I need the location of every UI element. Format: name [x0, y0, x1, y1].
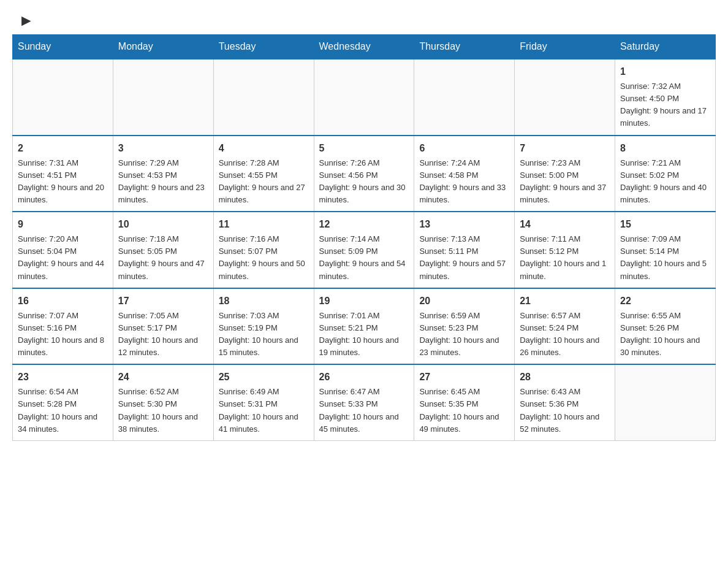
calendar-cell: 18Sunrise: 7:03 AM Sunset: 5:19 PM Dayli…: [213, 288, 314, 365]
calendar-cell: 7Sunrise: 7:23 AM Sunset: 5:00 PM Daylig…: [515, 136, 615, 212]
calendar-cell: 20Sunrise: 6:59 AM Sunset: 5:23 PM Dayli…: [414, 288, 515, 365]
day-info: Sunrise: 7:07 AM Sunset: 5:16 PM Dayligh…: [18, 310, 108, 359]
day-number: 10: [118, 217, 208, 232]
calendar-cell: [113, 59, 213, 136]
day-number: 22: [620, 294, 710, 308]
calendar-cell: 26Sunrise: 6:47 AM Sunset: 5:33 PM Dayli…: [314, 364, 414, 440]
calendar-cell: [615, 364, 716, 440]
calendar-table: SundayMondayTuesdayWednesdayThursdayFrid…: [12, 34, 716, 441]
day-info: Sunrise: 7:16 AM Sunset: 5:07 PM Dayligh…: [219, 233, 309, 283]
calendar-cell: 22Sunrise: 6:55 AM Sunset: 5:26 PM Dayli…: [615, 288, 716, 365]
week-row-3: 9Sunrise: 7:20 AM Sunset: 5:04 PM Daylig…: [13, 212, 716, 288]
weekday-friday: Friday: [515, 35, 615, 59]
calendar-cell: 19Sunrise: 7:01 AM Sunset: 5:21 PM Dayli…: [314, 288, 414, 365]
week-row-5: 23Sunrise: 6:54 AM Sunset: 5:28 PM Dayli…: [13, 364, 716, 440]
weekday-wednesday: Wednesday: [314, 35, 414, 59]
calendar-cell: 3Sunrise: 7:29 AM Sunset: 4:53 PM Daylig…: [113, 136, 213, 212]
day-info: Sunrise: 7:18 AM Sunset: 5:05 PM Dayligh…: [118, 233, 208, 283]
day-info: Sunrise: 7:29 AM Sunset: 4:53 PM Dayligh…: [118, 157, 208, 207]
week-row-2: 2Sunrise: 7:31 AM Sunset: 4:51 PM Daylig…: [13, 136, 716, 212]
day-number: 7: [520, 141, 610, 156]
calendar-cell: 10Sunrise: 7:18 AM Sunset: 5:05 PM Dayli…: [113, 212, 213, 288]
day-info: Sunrise: 7:14 AM Sunset: 5:09 PM Dayligh…: [319, 233, 409, 283]
day-number: 19: [319, 294, 409, 308]
day-number: 26: [319, 370, 409, 385]
calendar-cell: [414, 59, 515, 136]
calendar-cell: 28Sunrise: 6:43 AM Sunset: 5:36 PM Dayli…: [515, 364, 615, 440]
day-number: 12: [319, 217, 409, 232]
logo: ►: [18, 12, 34, 28]
day-info: Sunrise: 7:20 AM Sunset: 5:04 PM Dayligh…: [18, 233, 108, 283]
day-number: 1: [620, 64, 710, 79]
day-info: Sunrise: 7:23 AM Sunset: 5:00 PM Dayligh…: [520, 157, 610, 207]
calendar-cell: 9Sunrise: 7:20 AM Sunset: 5:04 PM Daylig…: [13, 212, 113, 288]
day-number: 5: [319, 141, 409, 156]
weekday-header-row: SundayMondayTuesdayWednesdayThursdayFrid…: [13, 35, 716, 59]
calendar-cell: 14Sunrise: 7:11 AM Sunset: 5:12 PM Dayli…: [515, 212, 615, 288]
day-number: 6: [419, 141, 509, 156]
day-info: Sunrise: 7:09 AM Sunset: 5:14 PM Dayligh…: [620, 233, 710, 283]
calendar-cell: 15Sunrise: 7:09 AM Sunset: 5:14 PM Dayli…: [615, 212, 716, 288]
day-info: Sunrise: 6:43 AM Sunset: 5:36 PM Dayligh…: [520, 386, 610, 435]
calendar-cell: [13, 59, 113, 136]
day-info: Sunrise: 7:05 AM Sunset: 5:17 PM Dayligh…: [118, 310, 208, 359]
weekday-saturday: Saturday: [615, 35, 716, 59]
day-number: 2: [18, 141, 108, 156]
day-number: 3: [118, 141, 208, 156]
day-info: Sunrise: 6:59 AM Sunset: 5:23 PM Dayligh…: [419, 310, 509, 359]
day-number: 15: [620, 217, 710, 232]
day-number: 16: [18, 294, 108, 308]
day-info: Sunrise: 6:47 AM Sunset: 5:33 PM Dayligh…: [319, 386, 409, 435]
day-info: Sunrise: 7:13 AM Sunset: 5:11 PM Dayligh…: [419, 233, 509, 283]
calendar-cell: [213, 59, 314, 136]
calendar-cell: 5Sunrise: 7:26 AM Sunset: 4:56 PM Daylig…: [314, 136, 414, 212]
day-number: 20: [419, 294, 509, 308]
day-number: 8: [620, 141, 710, 156]
day-info: Sunrise: 7:24 AM Sunset: 4:58 PM Dayligh…: [419, 157, 509, 207]
day-number: 18: [219, 294, 309, 308]
calendar-cell: 27Sunrise: 6:45 AM Sunset: 5:35 PM Dayli…: [414, 364, 515, 440]
day-info: Sunrise: 7:31 AM Sunset: 4:51 PM Dayligh…: [18, 157, 108, 207]
day-info: Sunrise: 7:21 AM Sunset: 5:02 PM Dayligh…: [620, 157, 710, 207]
day-info: Sunrise: 7:28 AM Sunset: 4:55 PM Dayligh…: [219, 157, 309, 207]
day-info: Sunrise: 6:55 AM Sunset: 5:26 PM Dayligh…: [620, 310, 710, 359]
calendar-cell: 4Sunrise: 7:28 AM Sunset: 4:55 PM Daylig…: [213, 136, 314, 212]
calendar-cell: 11Sunrise: 7:16 AM Sunset: 5:07 PM Dayli…: [213, 212, 314, 288]
day-number: 23: [18, 370, 108, 385]
weekday-thursday: Thursday: [414, 35, 515, 59]
weekday-sunday: Sunday: [13, 35, 113, 59]
day-info: Sunrise: 6:54 AM Sunset: 5:28 PM Dayligh…: [18, 386, 108, 435]
calendar-cell: 1Sunrise: 7:32 AM Sunset: 4:50 PM Daylig…: [615, 59, 716, 136]
day-info: Sunrise: 6:45 AM Sunset: 5:35 PM Dayligh…: [419, 386, 509, 435]
weekday-tuesday: Tuesday: [213, 35, 314, 59]
day-number: 13: [419, 217, 509, 232]
day-info: Sunrise: 7:01 AM Sunset: 5:21 PM Dayligh…: [319, 310, 409, 359]
page-header: ►: [0, 0, 728, 34]
day-info: Sunrise: 7:26 AM Sunset: 4:56 PM Dayligh…: [319, 157, 409, 207]
day-number: 21: [520, 294, 610, 308]
calendar-cell: 17Sunrise: 7:05 AM Sunset: 5:17 PM Dayli…: [113, 288, 213, 365]
week-row-1: 1Sunrise: 7:32 AM Sunset: 4:50 PM Daylig…: [13, 59, 716, 136]
day-info: Sunrise: 6:49 AM Sunset: 5:31 PM Dayligh…: [219, 386, 309, 435]
day-number: 11: [219, 217, 309, 232]
calendar-cell: 25Sunrise: 6:49 AM Sunset: 5:31 PM Dayli…: [213, 364, 314, 440]
day-number: 25: [219, 370, 309, 385]
day-info: Sunrise: 6:57 AM Sunset: 5:24 PM Dayligh…: [520, 310, 610, 359]
calendar-cell: 13Sunrise: 7:13 AM Sunset: 5:11 PM Dayli…: [414, 212, 515, 288]
day-number: 28: [520, 370, 610, 385]
calendar-cell: 2Sunrise: 7:31 AM Sunset: 4:51 PM Daylig…: [13, 136, 113, 212]
day-info: Sunrise: 6:52 AM Sunset: 5:30 PM Dayligh…: [118, 386, 208, 435]
calendar-cell: 21Sunrise: 6:57 AM Sunset: 5:24 PM Dayli…: [515, 288, 615, 365]
day-number: 24: [118, 370, 208, 385]
day-number: 9: [18, 217, 108, 232]
day-number: 4: [219, 141, 309, 156]
calendar-cell: 8Sunrise: 7:21 AM Sunset: 5:02 PM Daylig…: [615, 136, 716, 212]
calendar-cell: 24Sunrise: 6:52 AM Sunset: 5:30 PM Dayli…: [113, 364, 213, 440]
calendar-cell: 12Sunrise: 7:14 AM Sunset: 5:09 PM Dayli…: [314, 212, 414, 288]
calendar-cell: [314, 59, 414, 136]
day-info: Sunrise: 7:11 AM Sunset: 5:12 PM Dayligh…: [520, 233, 610, 283]
day-number: 17: [118, 294, 208, 308]
calendar-cell: 16Sunrise: 7:07 AM Sunset: 5:16 PM Dayli…: [13, 288, 113, 365]
day-number: 27: [419, 370, 509, 385]
day-info: Sunrise: 7:03 AM Sunset: 5:19 PM Dayligh…: [219, 310, 309, 359]
